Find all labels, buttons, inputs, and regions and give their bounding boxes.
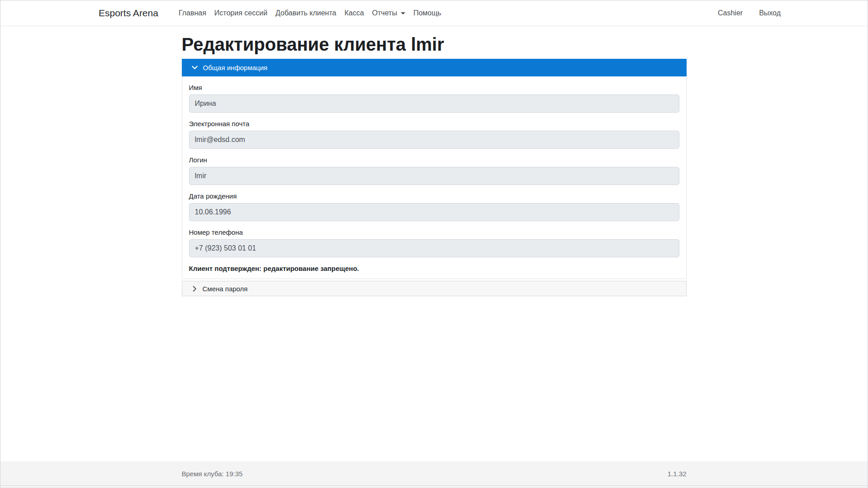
main-content: Редактирование клиента lmir Общая информ… xyxy=(0,26,868,461)
general-info-panel: Имя Электронная почта Логин Дата рождени… xyxy=(182,76,687,279)
bottom-strip xyxy=(0,486,868,488)
field-group-name: Имя xyxy=(189,84,679,113)
app-window: Esports Arena Главная История сессий Доб… xyxy=(0,0,868,488)
client-confirmed-notice: Клиент подтвержден: редактирование запре… xyxy=(189,265,679,272)
navbar-right: Cashier Выход xyxy=(714,9,785,17)
nav-item-session-history[interactable]: История сессий xyxy=(210,9,271,17)
login-input xyxy=(189,167,679,185)
field-group-phone: Номер телефона xyxy=(189,228,679,257)
nav-item-reports-dropdown[interactable]: Отчеты xyxy=(368,9,409,17)
top-navbar: Esports Arena Главная История сессий Доб… xyxy=(0,0,868,26)
app-version: 1.1.32 xyxy=(668,470,687,478)
caret-down-icon xyxy=(401,12,405,14)
nav-item-add-client[interactable]: Добавить клиента xyxy=(271,9,340,17)
nav-item-help[interactable]: Помощь xyxy=(409,9,446,17)
nav-item-logout[interactable]: Выход xyxy=(755,9,785,17)
accordion-general-info-toggle[interactable]: Общая информация xyxy=(182,59,687,76)
field-group-email: Электронная почта xyxy=(189,120,679,149)
client-edit-accordion: Общая информация Имя Электронная почта Л… xyxy=(182,59,687,296)
nav-item-home[interactable]: Главная xyxy=(175,9,210,17)
brand-logo[interactable]: Esports Arena xyxy=(99,8,158,19)
birthdate-input xyxy=(189,203,679,221)
main-nav: Главная История сессий Добавить клиента … xyxy=(175,9,446,17)
field-group-login: Логин xyxy=(189,156,679,185)
name-input xyxy=(189,95,679,113)
nav-item-reports-label: Отчеты xyxy=(372,9,397,17)
footer: Время клуба: 19:35 1.1.32 xyxy=(0,461,868,486)
club-time: Время клуба: 19:35 xyxy=(182,470,243,478)
field-group-birthdate: Дата рождения xyxy=(189,192,679,221)
email-label: Электронная почта xyxy=(189,120,679,128)
nav-item-cashier-account[interactable]: Cashier xyxy=(714,9,747,17)
chevron-down-icon xyxy=(191,64,198,71)
birthdate-label: Дата рождения xyxy=(189,192,679,200)
accordion-general-info-label: Общая информация xyxy=(203,64,268,71)
email-input xyxy=(189,131,679,149)
page-title: Редактирование клиента lmir xyxy=(182,33,687,55)
accordion-password-toggle[interactable]: Смена пароля xyxy=(182,281,687,296)
phone-input xyxy=(189,239,679,257)
name-label: Имя xyxy=(189,84,679,91)
login-label: Логин xyxy=(189,156,679,164)
phone-label: Номер телефона xyxy=(189,228,679,236)
chevron-right-icon xyxy=(191,285,198,292)
accordion-password-label: Смена пароля xyxy=(203,285,248,293)
nav-item-cashbox[interactable]: Касса xyxy=(340,9,368,17)
